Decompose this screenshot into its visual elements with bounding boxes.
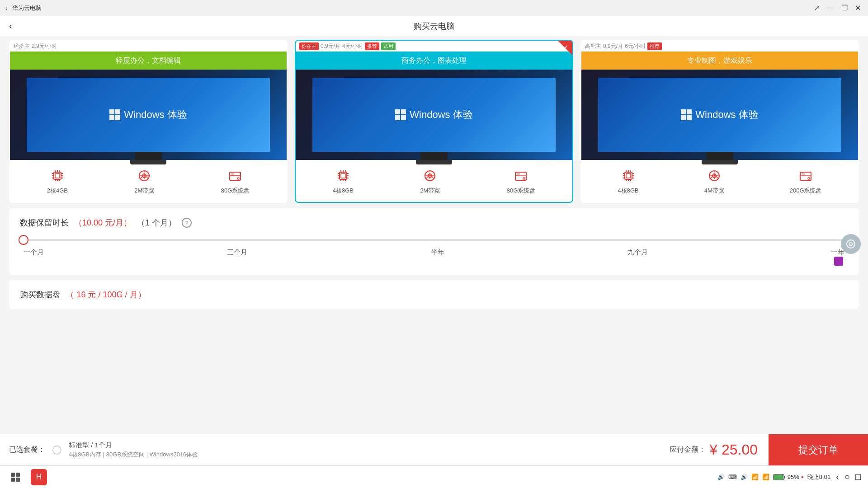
- retention-price: （10.00 元/月）: [74, 217, 132, 228]
- svg-rect-19: [230, 172, 241, 176]
- plan-image-business: Windows 体验: [296, 70, 572, 160]
- svg-rect-24: [341, 174, 345, 178]
- app-icon-btn[interactable]: H: [31, 469, 47, 485]
- retention-header: 数据保留时长 （10.00 元/月） （1 个月） ?: [20, 217, 848, 228]
- expand-btn[interactable]: ⤢: [812, 4, 821, 12]
- monitor-stand-light: [130, 160, 166, 164]
- grid-icon-btn[interactable]: [7, 469, 24, 485]
- nav-home-btn[interactable]: ○: [844, 472, 850, 482]
- plan-top-tags-pro: 高配主 0.9元/月 6元/小时 推荐: [581, 41, 858, 52]
- plan-image-pro: Windows 体验: [581, 70, 858, 160]
- spec-bw-pro: 4M带宽: [704, 168, 724, 195]
- disk-icon-business: [513, 168, 529, 184]
- float-helper-btn[interactable]: ⚙: [841, 234, 861, 254]
- svg-point-43: [523, 178, 525, 179]
- bandwidth-icon-light: [136, 168, 152, 184]
- slider-label-1month[interactable]: 一个月: [24, 248, 44, 266]
- plan-tag-highend: 高配主: [585, 42, 601, 50]
- selected-plan-details: 标准型 / 1个月 4核8GB内存 | 80GB系统空间 | Windows20…: [69, 441, 198, 459]
- plan-tag-hourly-biz: 4元/小时: [342, 42, 363, 50]
- plan-tag-trial: 试用: [381, 42, 396, 50]
- spec-bw-business: 2M带宽: [420, 168, 440, 195]
- slider-label-9month[interactable]: 九个月: [627, 248, 648, 266]
- plan-tag-rec-pro: 推荐: [647, 42, 662, 50]
- battery-charging: ●: [801, 474, 804, 479]
- bandwidth-icon-pro: [706, 168, 722, 184]
- taskbar: H 🔊 ⌨ 🔊 📶 📶 95% ● 晚上8:01 ‹ ○ □: [0, 465, 868, 488]
- taskbar-left: H: [7, 469, 47, 485]
- minimize-btn[interactable]: —: [825, 4, 836, 12]
- plan-card-business[interactable]: 你在主 0.9元/月 4元/小时 推荐 试用 商务办公，图表处理 ✓: [295, 40, 573, 203]
- restore-btn[interactable]: ❐: [840, 4, 849, 12]
- svg-rect-1: [55, 174, 60, 178]
- slider-label-halfyear[interactable]: 半年: [431, 248, 444, 266]
- windows-text-pro: Windows 体验: [681, 108, 758, 122]
- spec-cpu-label-light: 2核4GB: [47, 187, 68, 195]
- cpu-icon-pro: [620, 168, 637, 184]
- plan-card-pro[interactable]: 高配主 0.9元/月 6元/小时 推荐 专业制图，游戏娱乐: [580, 40, 859, 203]
- plan-top-tags-business: 你在主 0.9元/月 4元/小时 推荐 试用: [296, 41, 572, 52]
- app-header: ‹ 购买云电脑: [0, 16, 868, 36]
- close-btn[interactable]: ✕: [853, 4, 863, 12]
- plan-radio-btn[interactable]: [52, 446, 61, 455]
- data-disk-section: 购买数据盘 （ 16 元 / 100G / 月）: [9, 280, 859, 309]
- spec-disk-light: 80G系统盘: [221, 168, 250, 195]
- page-title: 购买云电脑: [414, 21, 454, 32]
- plan-tag-hourly-pro: 6元/小时: [625, 42, 646, 50]
- submit-order-btn[interactable]: 提交订单: [769, 434, 868, 466]
- plan-header-business: 商务办公，图表处理: [296, 52, 572, 70]
- slider-track[interactable]: [24, 239, 844, 241]
- slider-labels: 一个月 三个月 半年 九个月 一年: [24, 248, 844, 266]
- plan-tag-price-biz: 0.9元/月: [321, 42, 340, 50]
- svg-point-21: [237, 178, 239, 179]
- price-section: 应付金额： ¥ 25.00: [659, 441, 769, 458]
- signal-icon[interactable]: 📶: [762, 474, 769, 480]
- plan-tag-you: 你在主: [299, 42, 319, 50]
- nav-recent-btn[interactable]: □: [855, 472, 861, 482]
- disk-icon-pro: [797, 168, 814, 184]
- help-icon[interactable]: ?: [182, 218, 192, 228]
- slider-label-1year[interactable]: 一年: [831, 248, 844, 266]
- svg-point-65: [808, 178, 810, 179]
- spec-disk-label-pro: 200G系统盘: [790, 187, 822, 195]
- title-bar-back-btn[interactable]: ‹: [5, 5, 8, 12]
- keyboard-icon[interactable]: ⌨: [728, 474, 737, 480]
- title-bar-title: 华为云电脑: [12, 4, 42, 12]
- windows-grid-business: [395, 109, 406, 120]
- plan-specs-business: 4核8GB 2M带宽: [296, 160, 572, 202]
- selected-plan-info: 已选套餐： 标准型 / 1个月 4核8GB内存 | 80GB系统空间 | Win…: [0, 441, 659, 459]
- bandwidth-icon-business: [422, 168, 438, 184]
- spec-bw-light: 2M带宽: [134, 168, 154, 195]
- plan-specs-light: 2核4GB 2M带宽: [10, 160, 287, 202]
- plan-top-tags-light: 经济主 2.9元/小时: [10, 41, 287, 52]
- spec-bw-label-biz: 2M带宽: [420, 187, 440, 195]
- monitor-stand-business: [416, 160, 452, 164]
- slider-thumb[interactable]: [19, 235, 28, 245]
- spec-cpu-label-biz: 4核8GB: [333, 187, 354, 195]
- volume-icon[interactable]: 🔊: [741, 474, 748, 480]
- nav-back-btn[interactable]: ‹: [836, 472, 839, 482]
- gift-icon: [834, 257, 843, 266]
- plan-name: 标准型 / 1个月: [69, 441, 198, 450]
- monitor-base-business: [420, 152, 448, 160]
- windows-text-business: Windows 体验: [395, 108, 472, 122]
- svg-rect-70: [16, 478, 20, 482]
- plan-tag-price-light: 2.9元/小时: [32, 42, 57, 50]
- monitor-stand-pro: [702, 160, 738, 164]
- plan-card-light[interactable]: 经济主 2.9元/小时 轻度办公，文档编辑: [9, 40, 288, 203]
- spec-cpu-pro: 4核8GB: [618, 168, 638, 195]
- sound-icon[interactable]: 🔊: [717, 474, 725, 480]
- slider-label-3month[interactable]: 三个月: [227, 248, 247, 266]
- spec-cpu-business: 4核8GB: [333, 168, 354, 195]
- back-btn[interactable]: ‹: [9, 21, 12, 31]
- time-display: 晚上8:01: [807, 473, 830, 481]
- wifi-icon[interactable]: 📶: [751, 474, 759, 480]
- plans-row: 经济主 2.9元/小时 轻度办公，文档编辑: [9, 36, 859, 203]
- plan-specs-pro: 4核8GB 4M带宽: [581, 160, 858, 202]
- data-disk-price: （ 16 元 / 100G / 月）: [66, 290, 146, 299]
- monitor-screen-pro: Windows 体验: [598, 78, 842, 152]
- svg-rect-72: [784, 476, 785, 479]
- data-retention-section: 数据保留时长 （10.00 元/月） （1 个月） ? 一个月 三个月 半年: [9, 208, 859, 275]
- slider-container: 一个月 三个月 半年 九个月 一年: [20, 239, 848, 266]
- plan-image-light: Windows 体验: [10, 70, 287, 160]
